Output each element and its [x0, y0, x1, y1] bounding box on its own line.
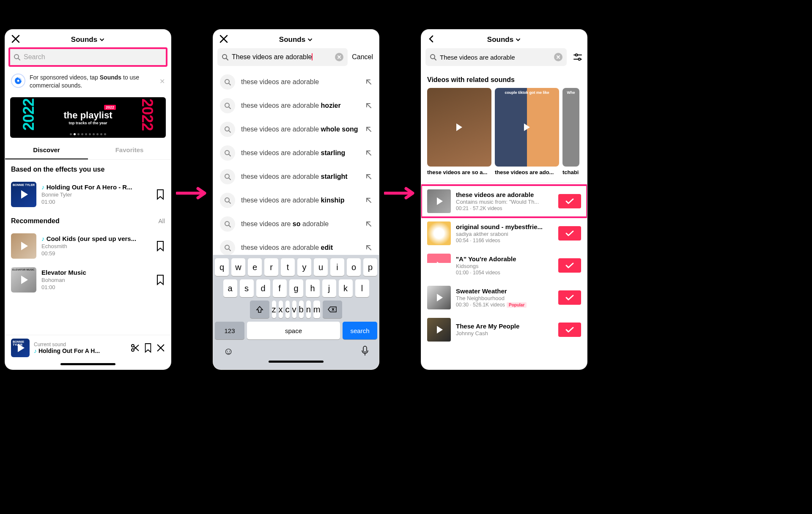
key-c[interactable]: c	[285, 301, 290, 318]
key-h[interactable]: h	[306, 279, 320, 297]
key-a[interactable]: a	[223, 279, 237, 297]
sound-result-row[interactable]: Sweater WeatherThe Neighbourhood00:30 · …	[421, 282, 587, 314]
search-suggestion[interactable]: these videos are adorable starlight	[213, 165, 379, 189]
see-all-link[interactable]: All	[158, 218, 165, 224]
search-suggestion[interactable]: these videos are adorable	[213, 70, 379, 94]
select-button[interactable]	[558, 194, 581, 208]
emoji-key[interactable]: ☺	[223, 345, 234, 357]
sound-row[interactable]: Elevator Music Bohoman 01:00	[5, 263, 171, 297]
close-icon[interactable]	[11, 34, 20, 45]
sound-result-row[interactable]: "A" You're AdorableKidsongs01:00 · 1054 …	[421, 249, 587, 282]
key-i[interactable]: i	[330, 258, 344, 276]
clear-input-icon[interactable]	[554, 53, 562, 61]
search-suggestion[interactable]: these videos are adorable hozier	[213, 94, 379, 118]
close-icon[interactable]	[219, 34, 228, 45]
search-key[interactable]: search	[343, 322, 377, 339]
key-l[interactable]: l	[355, 279, 369, 297]
sound-row[interactable]: ♪ Cool Kids (our sped up vers... Echosmi…	[5, 229, 171, 263]
sound-thumbnail[interactable]	[427, 221, 451, 245]
search-suggestion[interactable]: these videos are adorable starling	[213, 141, 379, 165]
key-g[interactable]: g	[289, 279, 303, 297]
scissors-icon[interactable]	[130, 343, 140, 353]
select-button[interactable]	[558, 258, 581, 273]
insert-arrow-icon[interactable]	[365, 150, 372, 156]
key-x[interactable]: x	[279, 301, 283, 318]
close-tip-icon[interactable]: ✕	[159, 77, 165, 85]
bookmark-icon[interactable]	[156, 241, 165, 252]
space-key[interactable]: space	[247, 322, 340, 339]
key-m[interactable]: m	[313, 301, 321, 318]
key-f[interactable]: f	[273, 279, 287, 297]
key-b[interactable]: b	[299, 301, 304, 318]
key-j[interactable]: j	[322, 279, 336, 297]
video-card[interactable]: these videos are so a...	[427, 88, 491, 175]
page-title[interactable]: Sounds	[279, 36, 313, 44]
bookmark-icon[interactable]	[156, 274, 165, 285]
sound-thumbnail[interactable]	[11, 233, 36, 259]
key-y[interactable]: y	[297, 258, 311, 276]
key-n[interactable]: n	[306, 301, 311, 318]
sound-thumbnail[interactable]	[427, 189, 451, 213]
bookmark-icon[interactable]	[144, 343, 152, 353]
numbers-key[interactable]: 123	[215, 322, 244, 339]
backspace-key[interactable]	[323, 301, 342, 318]
key-o[interactable]: o	[347, 258, 361, 276]
back-icon[interactable]	[427, 35, 436, 45]
search-input-highlighted[interactable]	[9, 48, 167, 66]
tab-favorites[interactable]: Favorites	[88, 141, 171, 159]
filter-icon[interactable]	[573, 52, 583, 62]
key-w[interactable]: w	[231, 258, 245, 276]
insert-arrow-icon[interactable]	[365, 173, 372, 180]
shift-key[interactable]	[250, 301, 269, 318]
key-u[interactable]: u	[314, 258, 328, 276]
key-p[interactable]: p	[363, 258, 377, 276]
search-suggestion[interactable]: these videos are adorable kinship	[213, 189, 379, 212]
video-card[interactable]: Whe tchabi	[562, 88, 579, 175]
video-card[interactable]: couple tiktok got me like these videos a…	[495, 88, 559, 175]
clear-input-icon[interactable]	[335, 53, 343, 61]
search-input[interactable]	[24, 53, 162, 61]
insert-arrow-icon[interactable]	[365, 244, 372, 251]
key-v[interactable]: v	[292, 301, 296, 318]
sound-result-row[interactable]: original sound - mybestfrie...sadiya akt…	[421, 217, 587, 249]
sound-thumbnail[interactable]	[11, 267, 36, 293]
key-e[interactable]: e	[248, 258, 262, 276]
related-videos-scroller[interactable]: these videos are so a... couple tiktok g…	[421, 88, 587, 180]
search-suggestion[interactable]: these videos are adorable edit	[213, 236, 379, 255]
page-title[interactable]: Sounds	[71, 36, 105, 44]
insert-arrow-icon[interactable]	[365, 221, 372, 227]
sound-thumbnail[interactable]	[427, 286, 451, 309]
search-input-wrapper[interactable]: These videos are adorable	[217, 48, 348, 66]
sound-result-row[interactable]: these videos are adorableContains music …	[421, 185, 587, 217]
key-k[interactable]: k	[339, 279, 353, 297]
insert-arrow-icon[interactable]	[365, 126, 372, 133]
player-thumbnail[interactable]	[11, 339, 30, 357]
key-d[interactable]: d	[256, 279, 270, 297]
insert-arrow-icon[interactable]	[365, 79, 372, 85]
sound-thumbnail[interactable]	[427, 318, 451, 342]
key-q[interactable]: q	[215, 258, 229, 276]
insert-arrow-icon[interactable]	[365, 197, 372, 204]
insert-arrow-icon[interactable]	[365, 102, 372, 109]
cancel-button[interactable]: Cancel	[350, 53, 375, 61]
mic-key[interactable]	[361, 345, 369, 356]
sound-result-row[interactable]: These Are My PeopleJohnny Cash	[421, 314, 587, 346]
select-button[interactable]	[558, 323, 581, 337]
key-z[interactable]: z	[272, 301, 276, 318]
tab-discover[interactable]: Discover	[5, 141, 88, 159]
search-suggestion[interactable]: these videos are so adorable	[213, 212, 379, 236]
select-button[interactable]	[558, 226, 581, 241]
key-t[interactable]: t	[281, 258, 295, 276]
playlist-banner[interactable]: 2022 2022 2022 the playlist top tracks o…	[10, 97, 166, 138]
key-r[interactable]: r	[264, 258, 278, 276]
sound-thumbnail[interactable]	[11, 182, 36, 207]
sound-thumbnail[interactable]	[427, 254, 451, 277]
search-suggestion[interactable]: these videos are adorable whole song	[213, 118, 379, 141]
search-input-wrapper[interactable]: These videos are adorable	[425, 48, 567, 66]
close-icon[interactable]	[156, 344, 165, 352]
select-button[interactable]	[558, 290, 581, 305]
page-title[interactable]: Sounds	[487, 36, 521, 44]
sound-row[interactable]: ♪ Holding Out For A Hero - R... Bonnie T…	[5, 178, 171, 211]
key-s[interactable]: s	[240, 279, 254, 297]
bookmark-icon[interactable]	[156, 189, 165, 200]
